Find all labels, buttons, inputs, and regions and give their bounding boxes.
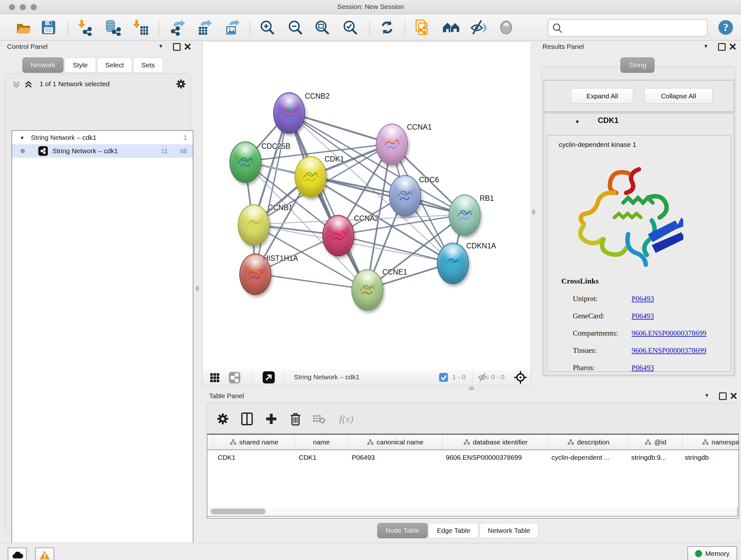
crosslink-link[interactable]: 9606.ENSP00000378699 bbox=[631, 347, 706, 355]
network-node-cdkn1a[interactable] bbox=[437, 243, 469, 284]
export-table-button[interactable] bbox=[195, 18, 213, 37]
bottom-splitter-handle[interactable] bbox=[469, 387, 474, 390]
crosslink-link[interactable]: P06493 bbox=[631, 364, 654, 372]
delete-column-button[interactable] bbox=[287, 411, 304, 427]
table-row[interactable]: CDK1CDK1P064939606.ENSP00000378699cyclin… bbox=[207, 450, 738, 464]
left-splitter-handle[interactable] bbox=[196, 286, 199, 291]
selected-checkbox-icon[interactable] bbox=[439, 373, 448, 382]
gene-expander-icon[interactable]: ▼ bbox=[575, 119, 580, 125]
hide-selected-button[interactable] bbox=[470, 18, 488, 37]
import-table-button[interactable] bbox=[131, 18, 149, 37]
navigator-crosshair-icon[interactable] bbox=[514, 371, 527, 384]
column-header-label: namespace bbox=[712, 438, 739, 446]
column-header-namespace[interactable]: namespace bbox=[683, 435, 739, 449]
right-splitter-handle[interactable] bbox=[532, 209, 536, 215]
control-panel-collapse-icon[interactable]: ▼ bbox=[158, 44, 163, 49]
tab-string[interactable]: String bbox=[620, 57, 655, 73]
tab-style[interactable]: Style bbox=[64, 57, 96, 73]
column-header-database-identifier[interactable]: database identifier bbox=[443, 435, 549, 449]
network-node-cdk1[interactable] bbox=[294, 156, 327, 198]
clone-network-button[interactable] bbox=[413, 18, 431, 37]
detach-view-icon[interactable] bbox=[263, 371, 275, 383]
table-cell-database-identifier[interactable]: 9606.ENSP00000378699 bbox=[441, 450, 547, 464]
tab-network[interactable]: Network bbox=[22, 57, 64, 73]
apply-function-button[interactable]: f(x) bbox=[333, 411, 359, 427]
tab-network-table[interactable]: Network Table bbox=[480, 523, 539, 538]
network-node-ccne1[interactable] bbox=[351, 269, 383, 311]
memory-button[interactable]: Memory bbox=[687, 546, 737, 560]
results-panel-collapse-icon[interactable]: ▼ bbox=[703, 44, 709, 49]
table-cell--id[interactable]: stringdb:9... bbox=[627, 450, 680, 464]
network-canvas[interactable]: CCNB2CCNA1CDC25BCDK1CDC6RB1CCNB1CCNA2CDK… bbox=[202, 42, 531, 370]
show-all-button[interactable] bbox=[497, 18, 515, 37]
refresh-view-button[interactable] bbox=[378, 18, 396, 37]
expand-all-icon[interactable] bbox=[23, 80, 33, 89]
warning-button[interactable] bbox=[35, 548, 54, 560]
collapse-all-icon[interactable] bbox=[11, 80, 21, 89]
network-overview-icon[interactable] bbox=[229, 372, 240, 383]
table-panel-float-icon[interactable] bbox=[719, 392, 727, 400]
network-collection-row[interactable]: ▼ String Network – cdk1 1 bbox=[12, 131, 193, 144]
table-horizontal-scrollbar[interactable] bbox=[207, 507, 738, 516]
tab-edge-table[interactable]: Edge Table bbox=[428, 523, 479, 538]
expand-all-button[interactable]: Expand All bbox=[571, 88, 633, 104]
control-panel-close-icon[interactable] bbox=[185, 44, 191, 50]
collapse-all-button[interactable]: Collapse All bbox=[644, 88, 713, 104]
table-cell-shared-name[interactable]: CDK1 bbox=[213, 450, 294, 464]
delete-table-button[interactable] bbox=[311, 411, 327, 427]
control-panel-float-icon[interactable] bbox=[173, 43, 181, 51]
first-neighbors-button[interactable] bbox=[442, 18, 460, 37]
tab-node-table[interactable]: Node Table bbox=[377, 523, 428, 538]
columns-icon bbox=[241, 412, 253, 426]
results-panel-close-icon[interactable] bbox=[730, 44, 736, 50]
cloud-button[interactable] bbox=[8, 548, 27, 560]
table-panel-collapse-icon[interactable]: ▼ bbox=[704, 393, 710, 398]
node-table[interactable]: shared namenamecanonical namedatabase id… bbox=[207, 434, 739, 518]
table-cell-namespace[interactable]: stringdb bbox=[680, 450, 739, 464]
network-row-selected[interactable]: String Network – cdk1 11 48 bbox=[12, 144, 193, 158]
column-header-canonical-name[interactable]: canonical name bbox=[348, 435, 443, 449]
zoom-out-button[interactable] bbox=[286, 18, 305, 37]
network-node-cdc6[interactable] bbox=[389, 175, 421, 216]
import-network-database-button[interactable] bbox=[104, 18, 122, 37]
scrollbar-thumb[interactable] bbox=[211, 509, 266, 514]
tree-expander-icon[interactable]: ▼ bbox=[20, 135, 24, 140]
network-node-ccnb1[interactable] bbox=[238, 204, 270, 246]
network-node-rb1[interactable] bbox=[449, 194, 481, 236]
crosslink-link[interactable]: P06493 bbox=[631, 295, 654, 303]
table-cell-canonical-name[interactable]: P06493 bbox=[347, 450, 441, 464]
network-node-ccna1[interactable] bbox=[376, 124, 408, 165]
column-header-shared-name[interactable]: shared name bbox=[213, 435, 295, 449]
help-button[interactable]: ? bbox=[717, 18, 735, 37]
create-column-button[interactable] bbox=[263, 411, 279, 427]
zoom-fit-button[interactable] bbox=[313, 18, 331, 37]
search-input[interactable] bbox=[565, 21, 703, 34]
network-node-ccna2[interactable] bbox=[322, 215, 354, 256]
table-settings-button[interactable] bbox=[215, 411, 231, 427]
network-node-cdc25b[interactable] bbox=[229, 141, 261, 183]
column-header-name[interactable]: name bbox=[295, 435, 348, 449]
table-panel-close-icon[interactable] bbox=[731, 393, 737, 399]
open-session-button[interactable] bbox=[15, 18, 32, 37]
export-image-button[interactable] bbox=[223, 18, 241, 37]
save-session-button[interactable] bbox=[40, 18, 57, 37]
network-options-gear-icon[interactable] bbox=[176, 78, 186, 89]
export-network-button[interactable] bbox=[169, 18, 186, 37]
network-node-ccnb2[interactable] bbox=[273, 92, 305, 134]
results-panel-float-icon[interactable] bbox=[718, 43, 726, 51]
zoom-selected-button[interactable] bbox=[341, 18, 359, 37]
tab-sets[interactable]: Sets bbox=[133, 57, 163, 73]
tab-select[interactable]: Select bbox=[97, 57, 132, 73]
table-cell-description[interactable]: cyclin-dependent ... bbox=[547, 450, 627, 464]
column-header--id[interactable]: @id bbox=[629, 435, 683, 449]
column-visibility-button[interactable] bbox=[239, 411, 255, 427]
column-header-description[interactable]: description bbox=[549, 435, 629, 449]
crosslink-link[interactable]: P06493 bbox=[631, 312, 654, 320]
import-network-file-button[interactable] bbox=[76, 18, 94, 37]
hidden-eye-slash-icon[interactable] bbox=[478, 373, 489, 382]
zoom-in-button[interactable] bbox=[259, 18, 276, 37]
crosslink-link[interactable]: 9606.ENSP00000378699 bbox=[631, 329, 706, 337]
table-cell-name[interactable]: CDK1 bbox=[294, 450, 347, 464]
search-box[interactable] bbox=[548, 19, 708, 37]
thumbnail-grid-icon[interactable] bbox=[210, 373, 220, 383]
